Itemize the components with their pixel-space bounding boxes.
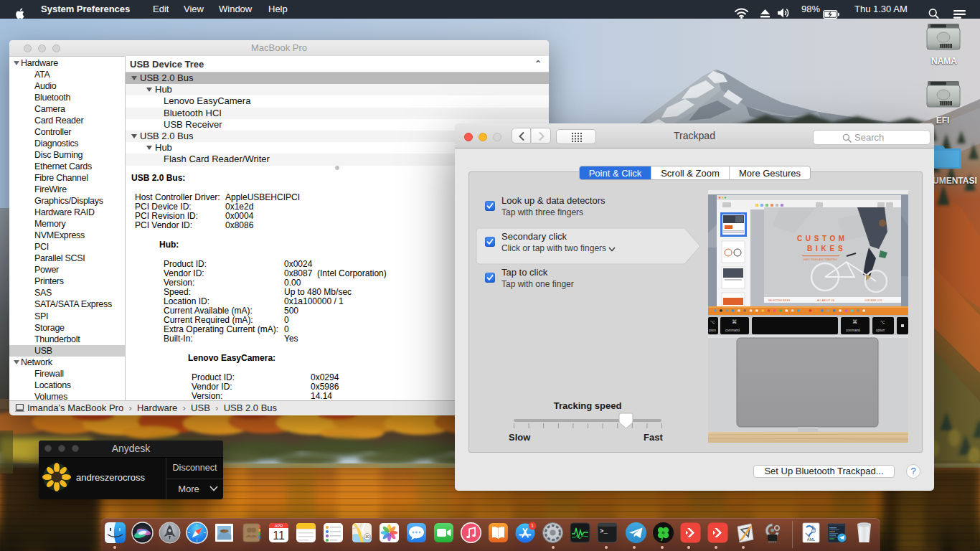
svg-text:BIKES: BIKES [807,245,847,253]
svg-text:CUSTOM: CUSTOM [797,235,848,242]
svg-text:option: option [876,329,885,332]
svg-text:AML: AML [807,537,815,542]
svg-text:>_: >_ [600,528,608,535]
svg-text:11: 11 [273,529,285,542]
svg-text:ption: ption [709,329,716,332]
svg-text:⌘: ⌘ [732,319,737,324]
svg-text:command: command [846,329,860,332]
svg-text:OUR BIKE LOG: OUR BIKE LOG [864,299,882,302]
svg-text:command: command [725,329,740,332]
svg-text:APR: APR [275,524,283,528]
svg-text:30: 30 [365,534,369,539]
svg-text:EASY RIDES AND TRAMPING: EASY RIDES AND TRAMPING [804,258,837,261]
svg-text:1: 1 [531,523,534,528]
svg-text:⌘: ⌘ [852,319,857,324]
svg-text:⌥: ⌥ [710,320,715,324]
svg-text:SELECTING BIKES: SELECTING BIKES [768,299,791,302]
svg-text:ALL ABOUT US: ALL ABOUT US [817,299,835,302]
svg-text:⌥: ⌥ [880,320,885,324]
